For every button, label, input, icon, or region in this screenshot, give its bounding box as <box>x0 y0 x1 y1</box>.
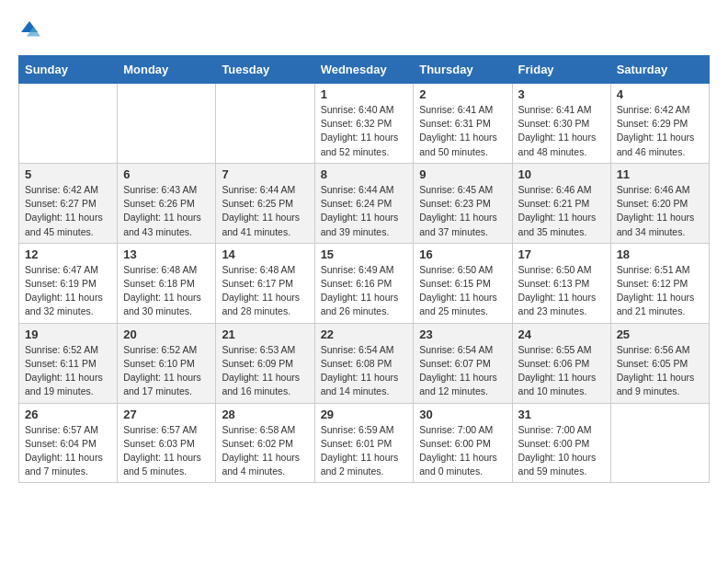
week-row-5: 26Sunrise: 6:57 AM Sunset: 6:04 PM Dayli… <box>19 403 710 483</box>
day-cell: 5Sunrise: 6:42 AM Sunset: 6:27 PM Daylig… <box>19 163 118 243</box>
day-cell: 4Sunrise: 6:42 AM Sunset: 6:29 PM Daylig… <box>610 84 709 164</box>
day-info: Sunrise: 6:50 AM Sunset: 6:13 PM Dayligh… <box>518 263 605 319</box>
day-cell <box>118 84 216 164</box>
weekday-header-saturday: Saturday <box>610 56 709 84</box>
day-number: 25 <box>617 327 703 341</box>
day-cell: 7Sunrise: 6:44 AM Sunset: 6:25 PM Daylig… <box>216 163 314 243</box>
day-info: Sunrise: 6:54 AM Sunset: 6:08 PM Dayligh… <box>321 343 408 399</box>
day-cell: 1Sunrise: 6:40 AM Sunset: 6:32 PM Daylig… <box>314 84 414 164</box>
day-info: Sunrise: 6:48 AM Sunset: 6:18 PM Dayligh… <box>123 263 210 319</box>
day-number: 4 <box>617 87 703 101</box>
day-cell: 27Sunrise: 6:57 AM Sunset: 6:03 PM Dayli… <box>118 403 216 483</box>
day-info: Sunrise: 6:45 AM Sunset: 6:23 PM Dayligh… <box>419 183 506 239</box>
day-number: 19 <box>25 327 111 341</box>
week-row-3: 12Sunrise: 6:47 AM Sunset: 6:19 PM Dayli… <box>19 243 710 323</box>
week-row-1: 1Sunrise: 6:40 AM Sunset: 6:32 PM Daylig… <box>19 84 710 164</box>
day-cell: 19Sunrise: 6:52 AM Sunset: 6:11 PM Dayli… <box>19 323 118 403</box>
day-info: Sunrise: 6:50 AM Sunset: 6:15 PM Dayligh… <box>419 263 506 319</box>
day-number: 15 <box>321 247 408 261</box>
day-number: 17 <box>518 247 605 261</box>
day-number: 16 <box>419 247 506 261</box>
day-number: 7 <box>222 167 308 181</box>
day-cell: 26Sunrise: 6:57 AM Sunset: 6:04 PM Dayli… <box>19 403 118 483</box>
day-number: 12 <box>25 247 111 261</box>
day-info: Sunrise: 6:56 AM Sunset: 6:05 PM Dayligh… <box>617 343 703 399</box>
day-cell: 16Sunrise: 6:50 AM Sunset: 6:15 PM Dayli… <box>414 243 512 323</box>
day-number: 20 <box>123 327 210 341</box>
day-number: 30 <box>419 408 506 421</box>
day-info: Sunrise: 6:51 AM Sunset: 6:12 PM Dayligh… <box>617 263 703 319</box>
day-info: Sunrise: 6:54 AM Sunset: 6:07 PM Dayligh… <box>419 343 506 399</box>
day-cell: 25Sunrise: 6:56 AM Sunset: 6:05 PM Dayli… <box>610 323 709 403</box>
day-info: Sunrise: 6:52 AM Sunset: 6:10 PM Dayligh… <box>123 343 210 399</box>
day-cell: 30Sunrise: 7:00 AM Sunset: 6:00 PM Dayli… <box>414 403 512 483</box>
logo-icon <box>18 18 40 40</box>
weekday-header-row: SundayMondayTuesdayWednesdayThursdayFrid… <box>19 56 710 84</box>
day-cell <box>19 84 118 164</box>
calendar: SundayMondayTuesdayWednesdayThursdayFrid… <box>18 55 710 483</box>
day-number: 23 <box>419 327 506 341</box>
day-cell: 13Sunrise: 6:48 AM Sunset: 6:18 PM Dayli… <box>118 243 216 323</box>
week-row-2: 5Sunrise: 6:42 AM Sunset: 6:27 PM Daylig… <box>19 163 710 243</box>
day-cell: 17Sunrise: 6:50 AM Sunset: 6:13 PM Dayli… <box>512 243 610 323</box>
day-cell: 11Sunrise: 6:46 AM Sunset: 6:20 PM Dayli… <box>610 163 709 243</box>
day-info: Sunrise: 6:42 AM Sunset: 6:27 PM Dayligh… <box>25 183 111 239</box>
day-cell: 3Sunrise: 6:41 AM Sunset: 6:30 PM Daylig… <box>512 84 610 164</box>
day-number: 22 <box>321 327 408 341</box>
day-number: 28 <box>222 408 308 421</box>
day-number: 24 <box>518 327 605 341</box>
day-cell: 23Sunrise: 6:54 AM Sunset: 6:07 PM Dayli… <box>414 323 512 403</box>
week-row-4: 19Sunrise: 6:52 AM Sunset: 6:11 PM Dayli… <box>19 323 710 403</box>
day-cell: 24Sunrise: 6:55 AM Sunset: 6:06 PM Dayli… <box>512 323 610 403</box>
day-number: 29 <box>321 408 408 421</box>
day-number: 5 <box>25 167 111 181</box>
page-header <box>18 18 710 40</box>
weekday-header-monday: Monday <box>118 56 216 84</box>
day-cell: 31Sunrise: 7:00 AM Sunset: 6:00 PM Dayli… <box>512 403 610 483</box>
day-number: 27 <box>123 408 210 421</box>
day-cell: 14Sunrise: 6:48 AM Sunset: 6:17 PM Dayli… <box>216 243 314 323</box>
day-info: Sunrise: 6:52 AM Sunset: 6:11 PM Dayligh… <box>25 343 111 399</box>
day-cell: 2Sunrise: 6:41 AM Sunset: 6:31 PM Daylig… <box>414 84 512 164</box>
day-info: Sunrise: 7:00 AM Sunset: 6:00 PM Dayligh… <box>518 423 605 479</box>
day-number: 6 <box>123 167 210 181</box>
day-info: Sunrise: 6:43 AM Sunset: 6:26 PM Dayligh… <box>123 183 210 239</box>
day-info: Sunrise: 6:48 AM Sunset: 6:17 PM Dayligh… <box>222 263 308 319</box>
day-number: 1 <box>321 87 408 101</box>
day-info: Sunrise: 6:46 AM Sunset: 6:21 PM Dayligh… <box>518 183 605 239</box>
day-info: Sunrise: 6:41 AM Sunset: 6:30 PM Dayligh… <box>518 103 605 159</box>
day-cell: 22Sunrise: 6:54 AM Sunset: 6:08 PM Dayli… <box>314 323 414 403</box>
day-info: Sunrise: 6:59 AM Sunset: 6:01 PM Dayligh… <box>321 423 408 479</box>
day-info: Sunrise: 6:57 AM Sunset: 6:03 PM Dayligh… <box>123 423 210 479</box>
day-info: Sunrise: 6:47 AM Sunset: 6:19 PM Dayligh… <box>25 263 111 319</box>
day-info: Sunrise: 6:44 AM Sunset: 6:24 PM Dayligh… <box>321 183 408 239</box>
weekday-header-friday: Friday <box>512 56 610 84</box>
day-cell: 21Sunrise: 6:53 AM Sunset: 6:09 PM Dayli… <box>216 323 314 403</box>
day-info: Sunrise: 6:49 AM Sunset: 6:16 PM Dayligh… <box>321 263 408 319</box>
day-number: 26 <box>25 408 111 421</box>
day-info: Sunrise: 6:42 AM Sunset: 6:29 PM Dayligh… <box>617 103 703 159</box>
day-cell: 10Sunrise: 6:46 AM Sunset: 6:21 PM Dayli… <box>512 163 610 243</box>
weekday-header-wednesday: Wednesday <box>314 56 414 84</box>
day-cell: 18Sunrise: 6:51 AM Sunset: 6:12 PM Dayli… <box>610 243 709 323</box>
day-info: Sunrise: 6:53 AM Sunset: 6:09 PM Dayligh… <box>222 343 308 399</box>
day-number: 10 <box>518 167 605 181</box>
weekday-header-tuesday: Tuesday <box>216 56 314 84</box>
day-cell: 29Sunrise: 6:59 AM Sunset: 6:01 PM Dayli… <box>314 403 414 483</box>
day-number: 3 <box>518 87 605 101</box>
day-cell: 6Sunrise: 6:43 AM Sunset: 6:26 PM Daylig… <box>118 163 216 243</box>
day-cell: 28Sunrise: 6:58 AM Sunset: 6:02 PM Dayli… <box>216 403 314 483</box>
weekday-header-sunday: Sunday <box>19 56 118 84</box>
day-number: 21 <box>222 327 308 341</box>
day-number: 18 <box>617 247 703 261</box>
day-cell: 8Sunrise: 6:44 AM Sunset: 6:24 PM Daylig… <box>314 163 414 243</box>
day-cell: 12Sunrise: 6:47 AM Sunset: 6:19 PM Dayli… <box>19 243 118 323</box>
day-info: Sunrise: 6:44 AM Sunset: 6:25 PM Dayligh… <box>222 183 308 239</box>
day-info: Sunrise: 6:41 AM Sunset: 6:31 PM Dayligh… <box>419 103 506 159</box>
day-info: Sunrise: 7:00 AM Sunset: 6:00 PM Dayligh… <box>419 423 506 479</box>
day-number: 9 <box>419 167 506 181</box>
day-info: Sunrise: 6:46 AM Sunset: 6:20 PM Dayligh… <box>617 183 703 239</box>
day-cell: 20Sunrise: 6:52 AM Sunset: 6:10 PM Dayli… <box>118 323 216 403</box>
day-cell: 15Sunrise: 6:49 AM Sunset: 6:16 PM Dayli… <box>314 243 414 323</box>
day-cell: 9Sunrise: 6:45 AM Sunset: 6:23 PM Daylig… <box>414 163 512 243</box>
